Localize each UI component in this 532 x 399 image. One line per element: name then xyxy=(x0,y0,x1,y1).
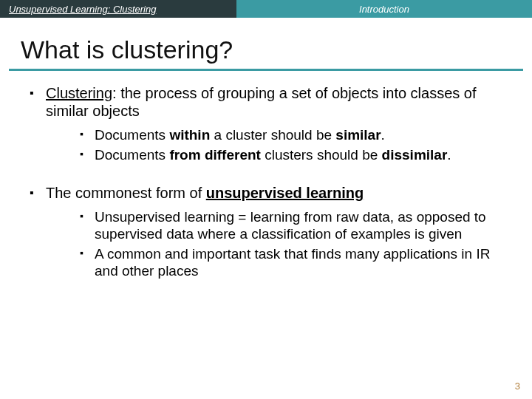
bullet-1-sub-2: Documents from different clusters should… xyxy=(80,146,510,163)
text-bold: within xyxy=(169,127,210,143)
bullet-2-sub-2: A common and important task that finds m… xyxy=(80,245,510,279)
text-bold: dissimilar xyxy=(382,147,448,163)
bullet-list: Clustering: the process of grouping a se… xyxy=(30,84,510,163)
bullet-1-sublist: Documents within a cluster should be sim… xyxy=(80,126,510,163)
slide-title: What is clustering? xyxy=(21,35,532,64)
bullet-1-sub-1: Documents within a cluster should be sim… xyxy=(80,126,510,143)
text: a cluster should be xyxy=(210,127,335,143)
bullet-2-sublist: Unsupervised learning = learning from ra… xyxy=(80,208,510,280)
text-bold: from different xyxy=(169,147,261,163)
header-left: Unsupervised Learning: Clustering xyxy=(0,0,236,18)
bullet-2-sub-1: Unsupervised learning = learning from ra… xyxy=(80,208,510,242)
content-area: Clustering: the process of grouping a se… xyxy=(0,71,532,279)
page-number: 3 xyxy=(515,381,520,392)
header-right: Introduction xyxy=(236,0,532,18)
bullet-1-lead: Clustering xyxy=(46,85,112,101)
bullet-1: Clustering: the process of grouping a se… xyxy=(30,84,510,163)
header-bar: Unsupervised Learning: Clustering Introd… xyxy=(0,0,532,18)
bullet-2: The commonest form of unsupervised learn… xyxy=(30,184,510,279)
text-bold: similar xyxy=(335,127,381,143)
text: . xyxy=(381,127,385,143)
text-bold-underline: unsupervised learning xyxy=(206,185,364,201)
text: Documents xyxy=(95,147,169,163)
text: Documents xyxy=(95,127,169,143)
bullet-list-2: The commonest form of unsupervised learn… xyxy=(30,184,510,279)
slide: Unsupervised Learning: Clustering Introd… xyxy=(0,0,532,399)
text: The commonest form of xyxy=(46,185,206,201)
text: . xyxy=(447,147,451,163)
text: clusters should be xyxy=(261,147,382,163)
spacer xyxy=(22,171,510,184)
